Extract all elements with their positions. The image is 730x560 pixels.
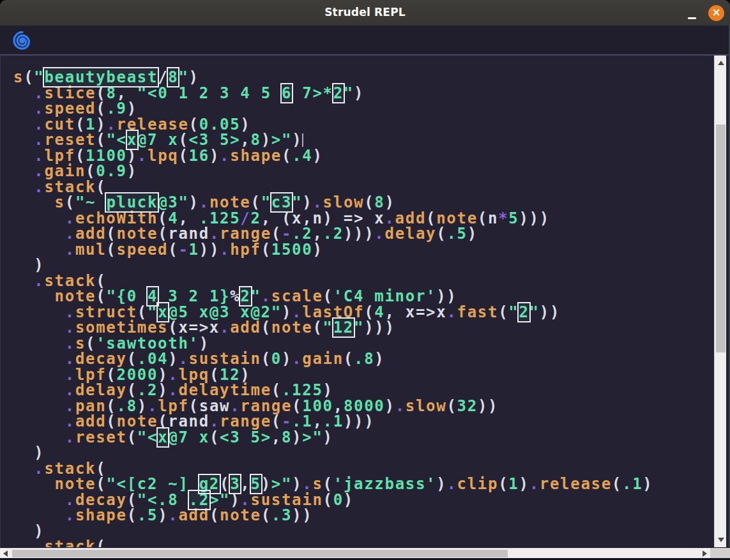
code-token: . bbox=[292, 350, 302, 368]
code-token: . bbox=[529, 475, 540, 493]
code-editor[interactable]: s("beautybeast/8") .slice(8, "<0 1 2 3 4… bbox=[0, 56, 714, 547]
code-line[interactable]: .decay(.04).sustain(0).gain(.8) bbox=[13, 351, 714, 367]
code-line[interactable]: .stack( bbox=[13, 539, 714, 547]
code-token: .5 bbox=[137, 506, 158, 524]
header-bar bbox=[0, 26, 730, 54]
code-token: ( bbox=[436, 225, 446, 243]
code-token: delay bbox=[385, 225, 437, 243]
code-token: 16 bbox=[189, 147, 209, 165]
code-line[interactable]: .sometimes(x=>x.add(note("12"))) bbox=[13, 320, 714, 336]
code-token: ) bbox=[436, 475, 446, 493]
code-token: s bbox=[55, 193, 65, 211]
code-token: ( bbox=[498, 475, 508, 493]
code-token: ( bbox=[312, 319, 323, 337]
code-token: - bbox=[178, 241, 188, 259]
code-token: . bbox=[220, 147, 230, 165]
code-line[interactable]: .gain(0.9) bbox=[13, 163, 714, 179]
code-line[interactable]: s("beautybeast/8") bbox=[13, 70, 714, 86]
code-token: ) bbox=[374, 350, 384, 368]
code-token: " bbox=[529, 303, 540, 321]
code-token: "< bbox=[137, 428, 158, 446]
code-line[interactable]: .speed(.9) bbox=[13, 101, 714, 117]
code-line[interactable]: note("{0 4 3 2 1}%2".scale('C4 minor')) bbox=[13, 289, 714, 305]
code-line[interactable]: .echoWith(4, .125/2, (x,n) => x.add(note… bbox=[13, 211, 714, 227]
code-token: note bbox=[220, 506, 261, 524]
code-line[interactable]: .stack( bbox=[13, 273, 714, 289]
code-line[interactable]: .struct("x@5 x@3 x@2").lastOf(4, x=>x.fa… bbox=[13, 305, 714, 321]
code-token: .1 bbox=[622, 475, 643, 493]
code-token: 7>* bbox=[292, 84, 333, 102]
code-token: ( bbox=[261, 319, 271, 337]
code-line[interactable]: .pan(.8).lpf(saw.range(100,8000).slow(32… bbox=[13, 398, 714, 414]
code-line[interactable]: .lpf(1100).lpq(16).shape(.4) bbox=[13, 148, 714, 164]
code-token: ) bbox=[312, 241, 323, 259]
code-token: . bbox=[395, 397, 406, 415]
scroll-down-arrow-icon[interactable] bbox=[718, 538, 724, 542]
scroll-up-arrow-icon[interactable] bbox=[718, 61, 724, 65]
code-line[interactable]: note("<[c2 ~] g2(3,5)>").s('jazzbass').c… bbox=[13, 476, 714, 492]
code-token: ( bbox=[446, 397, 457, 415]
active-event-highlight: 2 bbox=[519, 303, 529, 321]
code-token: ) bbox=[292, 428, 302, 446]
scroll-left-arrow-icon[interactable] bbox=[3, 550, 8, 557]
code-token: ( bbox=[261, 350, 271, 368]
scroll-right-arrow-icon[interactable] bbox=[703, 550, 707, 557]
code-line[interactable]: ) bbox=[13, 445, 714, 461]
code-line[interactable]: ) bbox=[13, 524, 714, 540]
vertical-scrollbar[interactable] bbox=[714, 56, 726, 547]
code-token: )) bbox=[199, 241, 220, 259]
code-token: . bbox=[220, 319, 230, 337]
code-token: shape bbox=[230, 147, 282, 165]
code-token: clip bbox=[457, 475, 499, 493]
code-token: speed bbox=[117, 241, 169, 259]
code-line[interactable]: .s('sawtooth') bbox=[13, 336, 714, 352]
code-token: "<0 1 2 3 4 5 bbox=[137, 84, 282, 102]
code-token: lpq bbox=[148, 147, 178, 165]
code-line[interactable]: .cut(1).release(0.05) bbox=[13, 117, 714, 133]
code-token: stack bbox=[44, 538, 96, 547]
code-token: . bbox=[65, 241, 75, 259]
code-token: 1 bbox=[508, 475, 519, 493]
scrollbar-corner bbox=[710, 548, 730, 558]
code-line[interactable]: .add(note(rand.range(-.1,.1))) bbox=[13, 414, 714, 430]
code-token: ) bbox=[344, 491, 354, 509]
code-token: . bbox=[65, 506, 75, 524]
code-token: shape bbox=[75, 506, 127, 524]
code-line[interactable]: .mul(speed(-1)).hpf(1500) bbox=[13, 242, 714, 258]
code-token: ))) bbox=[344, 412, 374, 430]
horizontal-scrollbar-thumb[interactable] bbox=[12, 550, 508, 557]
code-token: 5 bbox=[508, 209, 519, 227]
code-line[interactable]: .reset("<x@7 x(<3 5>,8)>") bbox=[13, 132, 714, 148]
code-token: . bbox=[137, 147, 148, 165]
code-line[interactable]: .shape(.5).add(note(.3)) bbox=[13, 508, 714, 524]
code-line[interactable]: .slice(8, "<0 1 2 3 4 5 6 7>*2") bbox=[13, 86, 714, 102]
code-line[interactable]: .lpf(2000).lpq(12) bbox=[13, 367, 714, 383]
code-token: ( bbox=[498, 303, 508, 321]
minimize-button[interactable] bbox=[683, 0, 702, 26]
horizontal-scrollbar[interactable] bbox=[0, 548, 710, 558]
code-line[interactable]: .reset("<x@7 x(<3 5>,8)>") bbox=[13, 430, 714, 446]
code-token: ( bbox=[261, 241, 271, 259]
active-event-highlight: x bbox=[158, 428, 168, 446]
code-token: . bbox=[65, 428, 75, 446]
code-token: ))) bbox=[519, 209, 549, 227]
code-line[interactable]: ) bbox=[13, 257, 714, 273]
code-token: 0 bbox=[333, 491, 344, 509]
code-line[interactable]: .delay(.2).delaytime(.125) bbox=[13, 382, 714, 398]
vertical-scrollbar-thumb[interactable] bbox=[716, 125, 726, 352]
code-token: . bbox=[168, 506, 178, 524]
close-button[interactable]: × bbox=[708, 5, 724, 21]
code-line[interactable]: .stack( bbox=[13, 461, 714, 477]
code-line[interactable]: s("~ pluck@3").note("c3").slow(8) bbox=[13, 195, 714, 211]
code-line[interactable]: .stack( bbox=[13, 179, 714, 195]
code-token: >" bbox=[302, 428, 323, 446]
code-line[interactable]: .add(note(rand.range(-.2,.2))).delay(.5) bbox=[13, 226, 714, 242]
code-token: . bbox=[446, 303, 457, 321]
code-token: add bbox=[230, 319, 261, 337]
code-token: 32 bbox=[457, 397, 478, 415]
code-token: .8 bbox=[354, 350, 374, 368]
code-line[interactable]: .decay("<.8 .2>").sustain(0) bbox=[13, 492, 714, 508]
close-icon: × bbox=[711, 7, 720, 18]
text-cursor bbox=[302, 133, 303, 147]
code-token: fast bbox=[457, 303, 499, 321]
